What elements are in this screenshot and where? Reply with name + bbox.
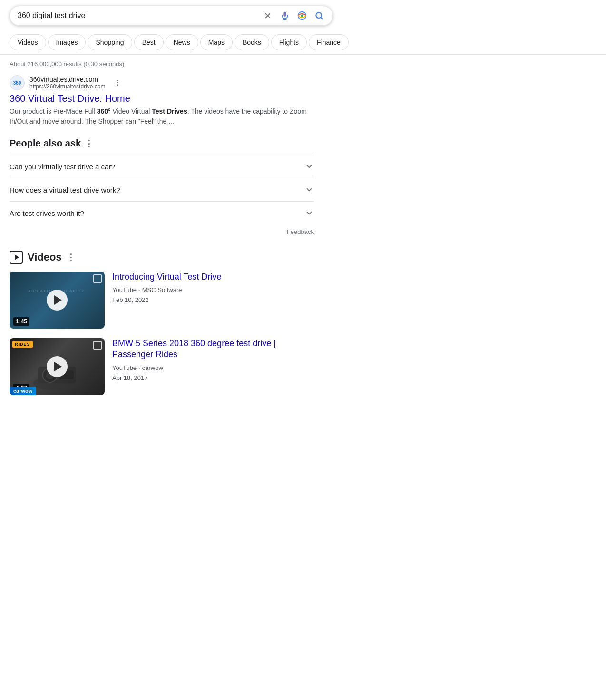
svg-point-8 xyxy=(117,80,118,81)
video-title-1[interactable]: Introducing Virtual Test Drive xyxy=(112,272,314,282)
play-triangle-icon-2 xyxy=(54,362,62,371)
video-info-2: BMW 5 Series 2018 360 degree test drive … xyxy=(112,338,314,383)
more-options-icon xyxy=(114,79,121,87)
clear-button[interactable] xyxy=(262,10,274,21)
tab-images[interactable]: Images xyxy=(48,34,86,50)
close-icon xyxy=(264,12,271,19)
carwow-badge: carwow xyxy=(10,387,36,395)
video-source-2: YouTube · carwow xyxy=(112,363,314,373)
tab-flights[interactable]: Flights xyxy=(271,34,307,50)
video-item-1: CREATING REALITY 1:45 Introducing Virtua… xyxy=(10,272,314,329)
search-input[interactable]: 360 digital test drive xyxy=(18,11,262,20)
search-bar-area: 360 digital test drive xyxy=(0,0,606,30)
svg-rect-3 xyxy=(284,12,286,17)
results-count: About 216,000,000 results (0.30 seconds) xyxy=(10,60,314,68)
chevron-down-icon-3 xyxy=(304,208,314,218)
lens-search-button[interactable] xyxy=(296,10,308,21)
video-date-1: Feb 10, 2022 xyxy=(112,295,314,305)
paa-header: People also ask ⋮ xyxy=(10,138,314,149)
feedback-button[interactable]: Feedback xyxy=(10,224,314,239)
video-meta-1: YouTube · MSC Software Feb 10, 2022 xyxy=(112,285,314,305)
site-url: https://360virtualtestdrive.com xyxy=(29,83,105,90)
paa-question-3: Are test drives worth it? xyxy=(10,209,84,217)
search-icons xyxy=(262,10,325,21)
tab-news[interactable]: News xyxy=(166,34,198,50)
site-favicon: 360 xyxy=(10,75,25,90)
search-icon xyxy=(314,11,324,20)
svg-point-9 xyxy=(117,82,118,84)
video-platform-2: YouTube xyxy=(112,363,137,373)
videos-section-header: Videos ⋮ xyxy=(10,251,314,264)
video-meta-2: YouTube · carwow Apr 18, 2017 xyxy=(112,363,314,383)
results-area: About 216,000,000 results (0.30 seconds)… xyxy=(0,55,323,410)
svg-line-7 xyxy=(321,18,323,19)
video-date-2: Apr 18, 2017 xyxy=(112,373,314,383)
search-button[interactable] xyxy=(313,10,325,21)
play-button-1[interactable] xyxy=(47,290,68,311)
chevron-down-icon-1 xyxy=(304,162,314,171)
chevron-down-icon-2 xyxy=(304,185,314,194)
paa-heading: People also ask xyxy=(10,138,81,149)
video-thumbnail-1[interactable]: CREATING REALITY 1:45 xyxy=(10,272,105,329)
video-separator-2: · xyxy=(138,363,140,373)
rides-badge: RIDES xyxy=(12,341,33,348)
play-triangle-icon-1 xyxy=(54,295,62,305)
voice-search-button[interactable] xyxy=(279,10,291,21)
svg-point-10 xyxy=(117,84,118,86)
tab-books[interactable]: Books xyxy=(235,34,269,50)
paa-item-2[interactable]: How does a virtual test drive work? xyxy=(10,178,314,201)
result-title[interactable]: 360 Virtual Test Drive: Home xyxy=(10,92,314,105)
paa-item-1[interactable]: Can you virtually test drive a car? xyxy=(10,155,314,178)
video-channel-1: MSC Software xyxy=(142,285,182,295)
site-name: 360virtualtestdrive.com xyxy=(29,76,105,83)
video-item-2: RIDES 4:07 carwow BMW 5 Series 2018 360 … xyxy=(10,338,314,395)
fullscreen-icon-1 xyxy=(93,274,102,283)
videos-section: Videos ⋮ CREATING REALITY 1:45 Introduci… xyxy=(10,251,314,395)
tab-shopping[interactable]: Shopping xyxy=(88,34,132,50)
people-also-ask-section: People also ask ⋮ Can you virtually test… xyxy=(10,138,314,239)
paa-item-3[interactable]: Are test drives worth it? xyxy=(10,201,314,224)
video-source-1: YouTube · MSC Software xyxy=(112,285,314,295)
video-title-2[interactable]: BMW 5 Series 2018 360 degree test drive … xyxy=(112,338,314,360)
paa-options-button[interactable]: ⋮ xyxy=(85,138,94,149)
video-duration-1: 1:45 xyxy=(13,317,29,326)
videos-heading: Videos xyxy=(28,251,62,263)
paa-question-2: How does a virtual test drive work? xyxy=(10,186,120,194)
tab-finance[interactable]: Finance xyxy=(309,34,349,50)
nav-tabs: Videos Images Shopping Best News Maps Bo… xyxy=(0,30,606,55)
paa-question-1: Can you virtually test drive a car? xyxy=(10,163,115,171)
microphone-icon xyxy=(280,11,290,20)
video-platform-1: YouTube xyxy=(112,285,137,295)
site-info: 360virtualtestdrive.com https://360virtu… xyxy=(29,76,105,90)
play-icon xyxy=(15,254,19,260)
feedback-label: Feedback xyxy=(287,228,314,235)
result-snippet: Our product is Pre-Made Full 360° Video … xyxy=(10,107,314,126)
video-thumbnail-2[interactable]: RIDES 4:07 carwow xyxy=(10,338,105,395)
videos-options-button[interactable]: ⋮ xyxy=(67,252,76,262)
video-separator-1: · xyxy=(138,285,140,295)
video-section-icon xyxy=(10,251,23,264)
play-button-2[interactable] xyxy=(47,356,68,377)
fullscreen-icon-2 xyxy=(93,341,102,350)
video-channel-2: carwow xyxy=(142,363,163,373)
organic-result-1: 360 360virtualtestdrive.com https://360v… xyxy=(10,75,314,126)
lens-icon xyxy=(297,10,307,21)
tab-maps[interactable]: Maps xyxy=(200,34,233,50)
tab-videos[interactable]: Videos xyxy=(10,34,46,50)
result-options-button[interactable] xyxy=(112,77,123,88)
search-bar: 360 digital test drive xyxy=(10,6,333,26)
result-source: 360 360virtualtestdrive.com https://360v… xyxy=(10,75,314,90)
svg-point-5 xyxy=(301,14,303,17)
tab-best[interactable]: Best xyxy=(134,34,164,50)
video-info-1: Introducing Virtual Test Drive YouTube ·… xyxy=(112,272,314,305)
